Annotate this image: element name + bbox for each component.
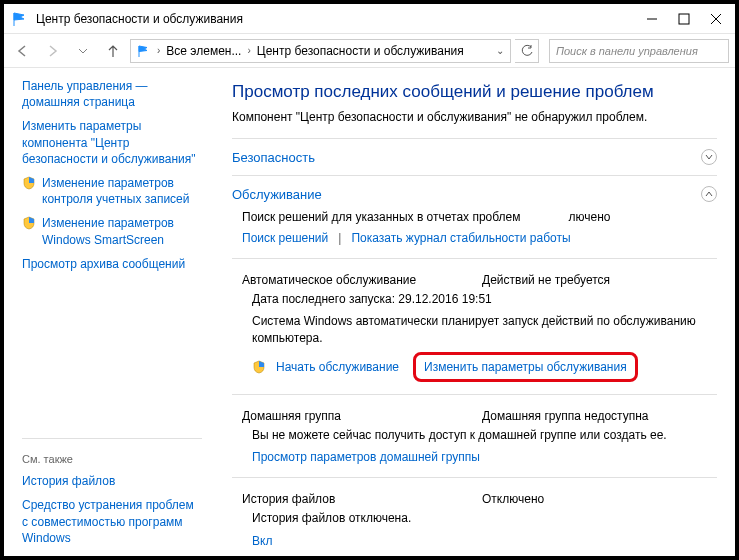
chevron-right-icon: › [157, 45, 160, 56]
maximize-button[interactable] [677, 12, 691, 26]
problem-reports-label: Поиск решений для указанных в отчетах пр… [242, 210, 521, 224]
filehistory-subsection: История файлов Отключено История файлов … [232, 486, 717, 552]
automaint-date: Дата последнего запуска: 29.12.2016 19:5… [252, 291, 717, 307]
filehistory-desc: История файлов отключена. [252, 510, 717, 526]
problem-reports-status: лючено [569, 210, 611, 224]
breadcrumb-root[interactable]: Все элемен... [166, 44, 241, 58]
see-also-label: См. также [22, 453, 202, 465]
content: Просмотр последних сообщений и решение п… [214, 68, 735, 556]
start-maintenance-link[interactable]: Начать обслуживание [276, 359, 399, 375]
search-solutions-link[interactable]: Поиск решений [242, 230, 328, 246]
homegroup-status: Домашняя группа недоступна [482, 409, 649, 423]
divider [232, 394, 717, 395]
highlight-box: Изменить параметры обслуживания [413, 352, 638, 382]
flag-icon [12, 11, 28, 27]
sidebar: Панель управления — домашняя страница Из… [4, 68, 214, 556]
control-panel-home-link[interactable]: Панель управления — домашняя страница [22, 78, 202, 110]
forward-button[interactable] [40, 38, 66, 64]
homegroup-subsection: Домашняя группа Домашняя группа недоступ… [232, 403, 717, 469]
window-controls [645, 12, 723, 26]
security-section: Безопасность [232, 138, 717, 175]
seealso-link[interactable]: История файлов [22, 473, 115, 489]
window-title: Центр безопасности и обслуживания [36, 12, 645, 26]
search-input[interactable]: Поиск в панели управления [549, 39, 729, 63]
recent-dropdown[interactable] [70, 38, 96, 64]
body: Панель управления — домашняя страница Из… [4, 68, 735, 556]
search-placeholder: Поиск в панели управления [556, 45, 698, 57]
divider [232, 258, 717, 259]
page-subtitle: Компонент "Центр безопасности и обслужив… [232, 110, 717, 124]
sidebar-link[interactable]: Просмотр архива сообщений [22, 256, 185, 272]
homegroup-label: Домашняя группа [242, 409, 442, 423]
maintenance-section: Обслуживание Поиск решений для указанных… [232, 175, 717, 556]
back-button[interactable] [10, 38, 36, 64]
shield-icon [252, 360, 266, 374]
sidebar-item[interactable]: Изменение параметров Windows SmartScreen [22, 215, 202, 247]
window: Центр безопасности и обслуживания › Все … [4, 4, 735, 556]
page-heading: Просмотр последних сообщений и решение п… [232, 82, 717, 102]
breadcrumb-current[interactable]: Центр безопасности и обслуживания [257, 44, 464, 58]
sidebar-link[interactable]: Изменение параметров контроля учетных за… [42, 175, 202, 207]
titlebar: Центр безопасности и обслуживания [4, 4, 735, 34]
filehistory-enable-link[interactable]: Вкл [252, 534, 272, 548]
sidebar-item[interactable]: Изменить параметры компонента "Центр без… [22, 118, 202, 167]
close-button[interactable] [709, 12, 723, 26]
chevron-down-icon[interactable]: ⌄ [496, 45, 504, 56]
automaint-desc: Система Windows автоматически планирует … [252, 313, 717, 345]
maintenance-header[interactable]: Обслуживание [232, 184, 717, 204]
minimize-button[interactable] [645, 12, 659, 26]
sidebar-item[interactable]: Просмотр архива сообщений [22, 256, 202, 272]
chevron-up-icon [701, 186, 717, 202]
homegroup-settings-link[interactable]: Просмотр параметров домашней группы [252, 450, 480, 464]
problem-reports-subsection: Поиск решений для указанных в отчетах пр… [232, 204, 717, 250]
chevron-right-icon: › [247, 45, 250, 56]
divider [22, 438, 202, 439]
automaint-subsection: Автоматическое обслуживание Действий не … [232, 267, 717, 386]
svg-rect-1 [679, 14, 689, 24]
sidebar-link[interactable]: Изменить параметры компонента "Центр без… [22, 118, 202, 167]
toolbar: › Все элемен... › Центр безопасности и о… [4, 34, 735, 68]
shield-icon [22, 216, 36, 230]
flag-icon [137, 44, 151, 58]
shield-icon [22, 176, 36, 190]
filehistory-status: Отключено [482, 492, 544, 506]
divider [232, 477, 717, 478]
reliability-history-link[interactable]: Показать журнал стабильности работы [351, 230, 570, 246]
chevron-down-icon [701, 149, 717, 165]
homegroup-desc: Вы не можете сейчас получить доступ к до… [252, 427, 717, 443]
security-title: Безопасность [232, 150, 315, 165]
change-maintenance-settings-link[interactable]: Изменить параметры обслуживания [424, 360, 627, 374]
maintenance-title: Обслуживание [232, 187, 322, 202]
security-header[interactable]: Безопасность [232, 147, 717, 167]
filehistory-label: История файлов [242, 492, 442, 506]
up-button[interactable] [100, 38, 126, 64]
breadcrumb[interactable]: › Все элемен... › Центр безопасности и о… [130, 39, 511, 63]
sidebar-link[interactable]: Изменение параметров Windows SmartScreen [42, 215, 202, 247]
automaint-label: Автоматическое обслуживание [242, 273, 442, 287]
automaint-status: Действий не требуется [482, 273, 610, 287]
refresh-button[interactable] [515, 39, 539, 63]
sidebar-item[interactable]: Изменение параметров контроля учетных за… [22, 175, 202, 207]
separator: | [338, 231, 341, 245]
seealso-link[interactable]: Средство устранения проблем с совместимо… [22, 497, 202, 546]
